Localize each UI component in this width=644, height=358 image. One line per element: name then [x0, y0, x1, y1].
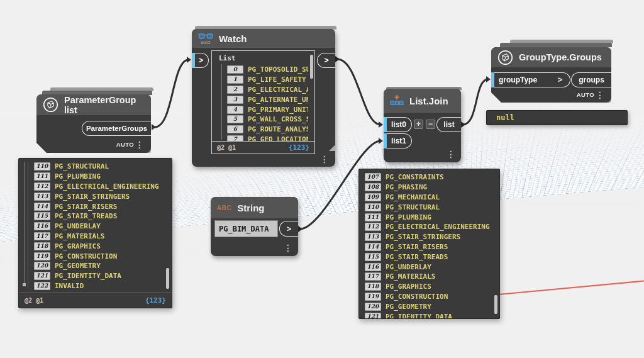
list-item-value: PG_ELECTRICAL_ENGINEERING — [386, 223, 490, 231]
node-string[interactable]: ABC String PG_BIM_DATA > ⋮ — [211, 197, 298, 256]
list-index-badge: 109 — [365, 193, 381, 201]
port-in-list0[interactable]: list0 — [384, 117, 412, 132]
wire-start-arrow — [298, 226, 303, 232]
remove-input-button[interactable]: − — [426, 120, 435, 129]
list-index-badge: 114 — [365, 243, 381, 251]
port-chevron: > — [558, 76, 562, 84]
list-item: 4 PG_PRIMARY_UNITS — [227, 104, 308, 115]
list-index-badge: 5 — [227, 115, 243, 123]
node-parameter-group-list[interactable]: ParameterGroup list ParameterGroups AUTO… — [36, 94, 151, 153]
resize-grip[interactable] — [329, 145, 335, 151]
preview-bubble-list-join: 107 PG_CONSTRAINTS 108 PG_PHASING 109 PG… — [358, 169, 500, 319]
watch-list-rows: 0 PG_TOPOSOLID_SUBD 1 PG_LIFE_SAFETY 2 P… — [227, 65, 308, 142]
list-index-badge: 4 — [227, 106, 243, 114]
list-item-value: PG_STAIR_TREADS — [386, 253, 448, 261]
list-item-value: PG_PHASING — [386, 183, 427, 191]
abc-string-icon: ABC — [217, 204, 231, 211]
watch-list-panel: List 0 PG_TOPOSOLID_SUBD 1 PG_LIFE_SAFET… — [211, 50, 315, 154]
wire-watch-to-list0[interactable] — [337, 59, 380, 125]
scrollbar-thumb[interactable] — [494, 295, 497, 314]
list-item: 6 PG_ROUTE_ANALYSIS — [227, 125, 308, 135]
list-item: 112 PG_ELECTRICAL_ENGINEERING — [365, 222, 493, 232]
context-menu-icon[interactable]: ⋮ — [447, 150, 455, 158]
port-out-list[interactable]: list — [436, 117, 461, 132]
watch-icon-caption: ab12 — [201, 40, 211, 45]
list-item-value: PG_MATERIALS — [386, 272, 435, 281]
lacing-mode[interactable]: AUTO — [116, 141, 134, 148]
port-out-parametergroups[interactable]: ParameterGroups — [82, 121, 151, 136]
list-index-badge: 112 — [34, 182, 50, 191]
node-list-join[interactable]: List.Join list0 list1 + − list ⋮ — [384, 89, 461, 162]
list-item: 112 PG_ELECTRICAL_ENGINEERING — [34, 182, 164, 192]
lacing-indicator: @2 @1 — [25, 297, 43, 304]
wire-end-arrow — [379, 121, 383, 128]
port-out-groups[interactable]: groups — [571, 72, 611, 87]
list-index-badge: 116 — [365, 263, 381, 271]
list-index-badge: 120 — [34, 262, 50, 270]
preview-list-rows: 110 PG_STRUCTURAL 111 PG_PLUMBING 112 PG… — [34, 162, 164, 291]
port-accent-stripe — [384, 133, 387, 148]
node-header[interactable]: GroupType.Groups — [491, 47, 611, 67]
watch-glasses-icon: ab12 — [198, 31, 213, 46]
dynamo-workspace[interactable]: ParameterGroup list ParameterGroups AUTO… — [0, 0, 644, 358]
item-count-badge: {123} — [145, 296, 166, 305]
node-title: String — [237, 203, 264, 213]
list-item: 108 PG_PHASING — [365, 182, 493, 193]
list-item-value: PG_WALL_CROSS_SEC — [248, 115, 308, 123]
node-header[interactable]: List.Join — [384, 89, 461, 113]
add-input-button[interactable]: + — [414, 120, 423, 129]
list-index-badge: 117 — [34, 232, 50, 240]
node-watch[interactable]: ab12 Watch > > List 0 PG_TOPOSOLID_SUBD … — [192, 29, 335, 167]
string-value-input[interactable]: PG_BIM_DATA — [214, 220, 278, 237]
preview-footer: @2 @1 {123} — [19, 292, 172, 308]
list-item: 1 PG_LIFE_SAFETY — [227, 75, 308, 85]
list-item: 113 PG_STAIR_STRINGERS — [365, 232, 493, 242]
node-header[interactable]: ParameterGroup list — [36, 94, 151, 115]
list-index-badge: 113 — [365, 233, 381, 241]
list-item-value: PG_GEOMETRY — [386, 303, 431, 311]
list-item-value: PG_LIFE_SAFETY — [248, 76, 306, 84]
port-in-list1[interactable]: list1 — [384, 133, 412, 148]
wire-start-arrow — [152, 124, 156, 130]
list-item: 2 PG_ELECTRICAL_ANA — [227, 85, 308, 95]
list-index-badge: 115 — [34, 212, 50, 220]
list-item: 110 PG_STRUCTURAL — [34, 162, 164, 172]
list-join-icon — [390, 94, 404, 109]
preview-bubble-parameter-group-list: 110 PG_STRUCTURAL 111 PG_PLUMBING 112 PG… — [18, 158, 172, 308]
node-title: ParameterGroup list — [64, 95, 145, 115]
list-item: 109 PG_MECHANICAL — [365, 193, 493, 203]
port-in-watch[interactable]: > — [192, 53, 209, 68]
scrollbar-thumb[interactable] — [166, 268, 169, 289]
port-out-string[interactable]: > — [279, 221, 298, 237]
context-menu-icon[interactable]: ⋮ — [284, 244, 292, 252]
context-menu-icon[interactable]: ⋮ — [596, 91, 604, 99]
grouptype-icon — [497, 50, 513, 65]
list-item-value: PG_STRUCTURAL — [55, 162, 109, 171]
port-accent-stripe — [192, 53, 195, 68]
list-item-value: PG_CONSTRUCTION — [386, 293, 448, 301]
list-item-value: PG_PRIMARY_UNITS — [248, 106, 308, 114]
list-index-badge: 1 — [227, 76, 243, 84]
port-in-grouptype[interactable]: groupType > — [491, 72, 570, 87]
port-out-watch[interactable]: > — [317, 53, 335, 68]
node-grouptype-groups[interactable]: GroupType.Groups groupType > groups AUTO… — [491, 47, 611, 103]
list-item-value: PG_IDENTITY_DATA — [55, 272, 121, 280]
list-item-value: PG_ALTERNATE_UNIT — [248, 96, 308, 104]
scrollbar-thumb[interactable] — [310, 55, 313, 79]
list-index-badge: 115 — [365, 253, 381, 261]
context-menu-icon[interactable]: ⋮ — [320, 155, 329, 163]
node-header[interactable]: ab12 Watch — [192, 29, 335, 48]
wire-listjoin-to-grouptype[interactable] — [463, 79, 488, 125]
list-index-badge: 111 — [34, 172, 50, 181]
wire-parametergroups-to-watch[interactable] — [155, 60, 189, 127]
list-item: 117 PG_MATERIALS — [365, 272, 493, 282]
list-item: 115 PG_STAIR_TREADS — [365, 252, 493, 262]
list-item: 111 PG_PLUMBING — [365, 212, 493, 222]
context-menu-icon[interactable]: ⋮ — [135, 141, 144, 148]
node-stack-bar — [500, 43, 612, 47]
lacing-mode[interactable]: AUTO — [577, 91, 594, 98]
wire-end-arrow — [486, 76, 491, 82]
node-header[interactable]: ABC String — [211, 197, 298, 218]
list-index-badge: 3 — [227, 96, 243, 104]
list-item: 121 PG_IDENTITY_DATA — [365, 311, 493, 318]
